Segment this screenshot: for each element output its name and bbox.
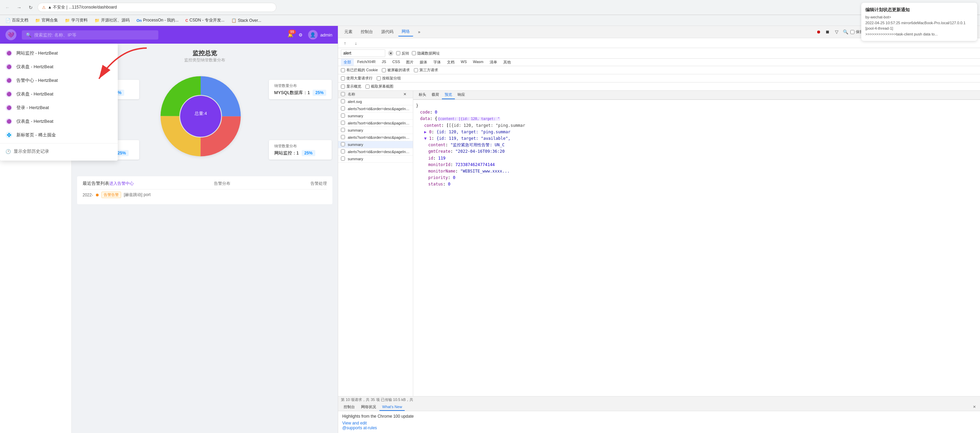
request-row-2[interactable]: summary: [338, 113, 413, 120]
invert-checkbox[interactable]: [396, 51, 400, 55]
filter-tab-doc[interactable]: 文档: [444, 59, 457, 66]
filter-tab-all[interactable]: 全部: [341, 59, 354, 66]
devtools-tab-more[interactable]: »: [415, 28, 424, 36]
bottom-tab-whats-new[interactable]: What's New: [379, 403, 405, 411]
view-and-edit-link[interactable]: View and edit: [342, 421, 976, 425]
detail-tab-preview[interactable]: 预览: [442, 91, 455, 99]
collapse-0-icon[interactable]: ▶: [424, 130, 426, 134]
blocked-request-label[interactable]: 被屏蔽的请求: [382, 68, 410, 73]
devtools-tab-network[interactable]: 网络: [398, 27, 413, 36]
user-area[interactable]: 👤 admin: [308, 30, 332, 40]
filter-tab-css[interactable]: CSS: [390, 59, 403, 66]
req-check-8[interactable]: [341, 157, 345, 160]
close-col-header[interactable]: ✕: [403, 92, 410, 97]
filter-tab-manifest[interactable]: 清单: [487, 59, 500, 66]
alert-center-link[interactable]: 进入告警中心: [109, 181, 134, 187]
filter-icon[interactable]: ▽: [833, 28, 841, 36]
settings-icon[interactable]: ⚙: [299, 32, 303, 38]
third-party-checkbox[interactable]: [414, 68, 418, 72]
notification-button[interactable]: 🔔 99: [288, 32, 293, 38]
request-row-3[interactable]: alerts?sort=id&order=desc&pageIndex=...: [338, 120, 413, 127]
bottom-tab-console[interactable]: 控制台: [341, 403, 358, 411]
record-icon[interactable]: ⏺: [815, 28, 823, 36]
filter-tab-xhr[interactable]: Fetch/XHR: [355, 59, 379, 66]
filter-tab-font[interactable]: 字体: [431, 59, 444, 66]
expand-1-icon[interactable]: ▼: [424, 136, 426, 141]
show-overview-checkbox[interactable]: [341, 84, 345, 89]
blocked-cookie-label[interactable]: 有已拦截的 Cookie: [341, 68, 378, 73]
history-item-5[interactable]: 🟣 仪表盘 - HertzBeat: [0, 114, 118, 128]
bookmark-baidu-docs[interactable]: 📄 百应文档: [3, 16, 31, 24]
group-by-frame-label[interactable]: 按框架分组: [377, 76, 401, 81]
stop-icon[interactable]: ⏹: [824, 28, 832, 36]
back-button[interactable]: ←: [3, 3, 12, 12]
refresh-button[interactable]: ↻: [26, 3, 35, 12]
history-item-3[interactable]: 🟣 仪表盘 - HertzBeat: [0, 87, 118, 101]
large-rows-label[interactable]: 使用大量请求行: [341, 76, 372, 81]
select-all-checkbox[interactable]: [341, 92, 345, 96]
bookmark-csdn[interactable]: C CSDN - 专业开发...: [183, 16, 227, 24]
blocked-cookie-checkbox[interactable]: [341, 68, 345, 72]
filter-tab-img[interactable]: 图片: [403, 59, 416, 66]
security-icon: ⚠: [42, 5, 46, 10]
group-by-frame-checkbox[interactable]: [377, 76, 381, 81]
devtools-tab-elements[interactable]: 元素: [341, 28, 356, 36]
screenshot-label[interactable]: 截取屏幕截图: [366, 84, 393, 89]
search-bar-container[interactable]: 🔍: [22, 30, 158, 40]
bookmark-official[interactable]: 📁 官网合集: [32, 16, 61, 24]
req-check-3[interactable]: [341, 121, 345, 125]
request-row-8[interactable]: summary: [338, 155, 413, 163]
req-check-5[interactable]: [341, 135, 345, 139]
request-row-4[interactable]: summary: [338, 127, 413, 134]
history-item-6[interactable]: 💠 新标签页 - 稀土掘金: [0, 128, 118, 142]
invert-checkbox-label[interactable]: 反转: [396, 51, 409, 56]
request-row-0[interactable]: alert.svg: [338, 98, 413, 105]
request-row-1[interactable]: alerts?sort=id&order=desc&pageIndex=...: [338, 105, 413, 113]
filter-tab-ws[interactable]: WS: [458, 59, 469, 66]
address-bar[interactable]: ⚠ ▲ 不安全 | ...1157/console/dashboard: [38, 3, 277, 12]
search-network-icon[interactable]: 🔍: [842, 28, 850, 36]
filter-tab-js[interactable]: JS: [379, 59, 389, 66]
filter-tab-other[interactable]: 其他: [501, 59, 514, 66]
detail-tab-response[interactable]: 响应: [455, 91, 468, 99]
request-row-6[interactable]: summary: [338, 141, 413, 148]
devtools-tab-console[interactable]: 控制台: [357, 28, 376, 36]
bookmark-opensource[interactable]: 📁 开源社区、源码: [92, 16, 132, 24]
filter-tab-media[interactable]: 媒体: [417, 59, 430, 66]
bookmark-processon[interactable]: On ProcessOn - 我的...: [134, 16, 181, 24]
request-row-5[interactable]: alerts?sort=id&order=desc&pageIndex=...: [338, 134, 413, 141]
forward-button[interactable]: →: [14, 3, 24, 12]
screenshot-checkbox[interactable]: [366, 84, 369, 89]
blocked-request-checkbox[interactable]: [382, 68, 386, 72]
bottom-tab-network-status[interactable]: 网络状况: [358, 403, 379, 411]
req-check-6[interactable]: [341, 142, 345, 146]
filter-tab-wasm[interactable]: Wasm: [470, 59, 486, 66]
req-check-7[interactable]: [341, 149, 345, 154]
large-rows-checkbox[interactable]: [341, 76, 345, 81]
devtools-tab-sources[interactable]: 源代码: [378, 28, 397, 36]
request-row-7[interactable]: alerts?sort=id&order=desc&pageIndex=...: [338, 148, 413, 155]
preserve-log-checkbox[interactable]: [850, 30, 854, 34]
filter-input[interactable]: [341, 49, 385, 57]
show-all-history-button[interactable]: 🕐 显示全部历史记录: [0, 145, 118, 158]
search-input[interactable]: [34, 32, 154, 38]
upload-icon[interactable]: ↑: [341, 39, 349, 47]
hide-data-urls-checkbox[interactable]: [412, 51, 416, 55]
donut-chart: 总量:4: [153, 68, 255, 171]
filter-clear-button[interactable]: ✕: [388, 51, 393, 56]
req-check-0[interactable]: [341, 99, 345, 103]
show-overview-label[interactable]: 显示概览: [341, 84, 361, 89]
req-check-4[interactable]: [341, 128, 345, 132]
download-icon[interactable]: ↓: [352, 39, 360, 47]
supports-at-rules-link[interactable]: @supports at-rules: [342, 425, 976, 430]
third-party-label[interactable]: 第三方请求: [414, 68, 438, 73]
bookmark-study[interactable]: 📁 学习资料: [62, 16, 91, 24]
req-check-1[interactable]: [341, 106, 345, 111]
detail-tab-payload[interactable]: 载荷: [429, 91, 442, 99]
hide-data-urls-label[interactable]: 隐藏数据网址: [412, 51, 440, 56]
bottom-panel-close-button[interactable]: ✕: [972, 404, 977, 410]
bookmark-stackoverflow[interactable]: 📋 Stack Over...: [229, 17, 264, 24]
detail-tab-headers[interactable]: 标头: [416, 91, 429, 99]
req-check-2[interactable]: [341, 114, 345, 117]
history-item-4[interactable]: 🟣 登录 - HertzBeat: [0, 101, 118, 114]
